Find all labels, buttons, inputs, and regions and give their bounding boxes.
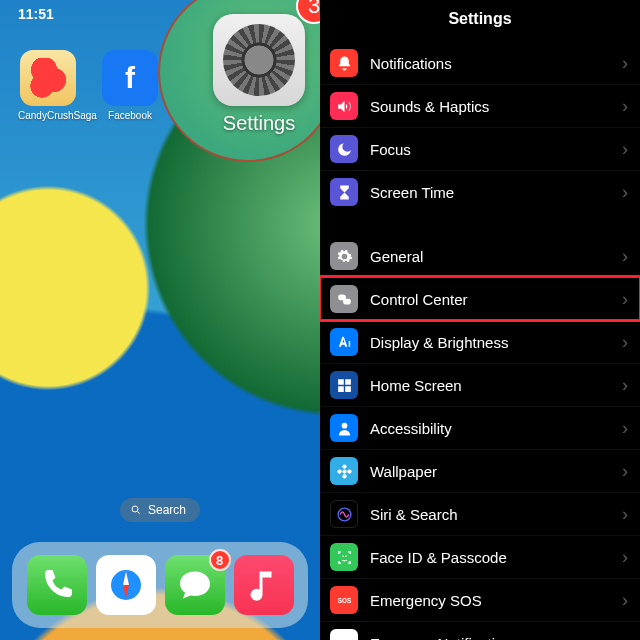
messages-badge: 8 [209, 549, 231, 571]
spotlight-search[interactable]: Search [120, 498, 200, 522]
aa-icon [330, 328, 358, 356]
settings-screen: Settings Notifications›Sounds & Haptics›… [320, 0, 640, 640]
settings-row-label: Screen Time [370, 184, 622, 201]
siri-icon [330, 500, 358, 528]
settings-row-label: Control Center [370, 291, 622, 308]
settings-title: Settings [320, 0, 640, 42]
face-icon [330, 543, 358, 571]
settings-group-2: General›Control Center›Display & Brightn… [320, 235, 640, 640]
dock-music[interactable] [234, 555, 294, 615]
settings-row-label: Face ID & Passcode [370, 549, 622, 566]
dock-messages[interactable]: 8 [165, 555, 225, 615]
candycrush-icon [20, 50, 76, 106]
settings-row-screentime[interactable]: Screen Time› [320, 170, 640, 213]
chevron-right-icon: › [622, 139, 628, 160]
chevron-right-icon: › [622, 461, 628, 482]
settings-label: Settings [213, 112, 305, 135]
settings-list[interactable]: Notifications›Sounds & Haptics›Focus›Scr… [320, 42, 640, 640]
settings-row-label: Siri & Search [370, 506, 622, 523]
moon-icon [330, 135, 358, 163]
settings-row-display[interactable]: Display & Brightness› [320, 320, 640, 363]
hourglass-icon [330, 178, 358, 206]
settings-row-label: Focus [370, 141, 622, 158]
sos-icon [330, 586, 358, 614]
compass-icon [108, 567, 144, 603]
chevron-right-icon: › [622, 633, 628, 641]
search-icon [130, 504, 142, 516]
chevron-right-icon: › [622, 547, 628, 568]
settings-row-focus[interactable]: Focus› [320, 127, 640, 170]
settings-row-label: Accessibility [370, 420, 622, 437]
app-candycrush[interactable]: CandyCrushSaga [18, 50, 78, 121]
messages-icon [177, 567, 213, 603]
home-screen: 11:51 CandyCrushSaga f Facebook F Settin… [0, 0, 320, 640]
settings-row-wallpaper[interactable]: Wallpaper› [320, 449, 640, 492]
app-facebook[interactable]: f Facebook [100, 50, 160, 121]
dock-phone[interactable] [27, 555, 87, 615]
chevron-right-icon: › [622, 590, 628, 611]
chevron-right-icon: › [622, 182, 628, 203]
chevron-right-icon: › [622, 96, 628, 117]
flower-icon [330, 457, 358, 485]
settings-row-label: Sounds & Haptics [370, 98, 622, 115]
settings-row-label: Display & Brightness [370, 334, 622, 351]
grid-icon [330, 371, 358, 399]
gear-icon [223, 24, 295, 96]
settings-row-label: General [370, 248, 622, 265]
settings-group-1: Notifications›Sounds & Haptics›Focus›Scr… [320, 42, 640, 213]
app-settings[interactable] [213, 14, 305, 106]
toggles-icon [330, 285, 358, 313]
music-icon [246, 567, 282, 603]
person-icon [330, 414, 358, 442]
settings-row-label: Notifications [370, 55, 622, 72]
phone-icon [39, 567, 75, 603]
chevron-right-icon: › [622, 246, 628, 267]
settings-row-notifications[interactable]: Notifications› [320, 42, 640, 84]
dock-safari[interactable] [96, 555, 156, 615]
settings-row-label: Emergency SOS [370, 592, 622, 609]
magnifier-highlight: Settings 3 [158, 0, 320, 162]
settings-row-faceid[interactable]: Face ID & Passcode› [320, 535, 640, 578]
settings-row-controlcenter[interactable]: Control Center› [320, 277, 640, 320]
settings-row-sos[interactable]: Emergency SOS› [320, 578, 640, 621]
settings-row-accessibility[interactable]: Accessibility› [320, 406, 640, 449]
settings-row-label: Exposure Notifications [370, 635, 622, 641]
speaker-icon [330, 92, 358, 120]
chevron-right-icon: › [622, 504, 628, 525]
settings-row-siri[interactable]: Siri & Search› [320, 492, 640, 535]
dock: 8 [12, 542, 308, 628]
chevron-right-icon: › [622, 418, 628, 439]
virus-icon [330, 629, 358, 640]
status-time: 11:51 [18, 6, 54, 22]
chevron-right-icon: › [622, 332, 628, 353]
settings-row-label: Home Screen [370, 377, 622, 394]
settings-row-homescreen[interactable]: Home Screen› [320, 363, 640, 406]
settings-row-general[interactable]: General› [320, 235, 640, 277]
gear-icon [330, 242, 358, 270]
settings-row-label: Wallpaper [370, 463, 622, 480]
bell-icon [330, 49, 358, 77]
settings-row-exposure[interactable]: Exposure Notifications› [320, 621, 640, 640]
chevron-right-icon: › [622, 53, 628, 74]
facebook-icon: f [102, 50, 158, 106]
settings-row-sounds[interactable]: Sounds & Haptics› [320, 84, 640, 127]
chevron-right-icon: › [622, 289, 628, 310]
chevron-right-icon: › [622, 375, 628, 396]
